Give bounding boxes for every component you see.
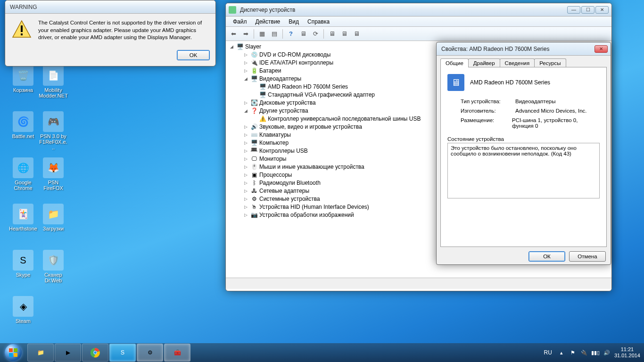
desktop-icon-9[interactable]: 🛡️Сканер Dr.Web [39,250,68,283]
desktop-icon-1[interactable]: 📄Mobility Modder.NET [39,65,68,99]
expander-icon[interactable]: ▷ [243,99,249,107]
desktop-glyph-icon: 🗑️ [13,65,33,86]
taskbar-devmgr[interactable]: 🧰 [164,344,190,362]
expander-icon[interactable]: ▷ [243,163,249,171]
device-name: AMD Radeon HD 7600M Series [470,79,550,86]
other-icon: ❓ [250,107,258,115]
warning-titlebar[interactable]: WARNING [5,0,215,14]
tray-power-icon[interactable]: 🔌 [580,349,588,356]
warning-ok-button[interactable]: OK [177,50,210,60]
expander-icon[interactable]: ◢ [243,107,249,115]
menu-help[interactable]: Справка [303,18,334,25]
desktop-icon-5[interactable]: 🦊PSN FireFOX [39,157,68,191]
desktop-icon-8[interactable]: SSkype [8,250,38,278]
expander-icon[interactable]: ▷ [243,155,249,163]
taskbar-mediaplayer[interactable]: ▶ [55,344,81,362]
expander-icon[interactable]: ▷ [243,195,249,203]
menu-action[interactable]: Действие [251,18,285,25]
taskbar-chrome[interactable] [82,344,108,362]
desktop-icon-7[interactable]: 📁Загрузки [39,204,68,231]
menu-file[interactable]: Файл [229,18,251,25]
props-tabpane: 🖥 AMD Radeon HD 7600M Series Тип устройс… [440,67,607,247]
expander-icon[interactable]: ▷ [243,147,249,155]
svg-rect-3 [9,348,13,352]
loc-label: Размещение: [461,117,512,129]
tab-general[interactable]: Общие [440,58,469,67]
node-label: AMD Radeon HD 7600M Series [268,83,348,91]
expander-icon[interactable]: ▷ [243,211,249,219]
expander-icon[interactable]: ▷ [243,67,249,75]
minimize-button[interactable]: — [567,6,580,14]
props-cancel-button[interactable]: Отмена [569,251,606,262]
expander-icon[interactable]: ▷ [243,123,249,131]
expander-icon[interactable]: ◢ [229,43,235,51]
display-icon: 🖥️ [259,83,266,91]
expander-icon[interactable]: ▷ [243,171,249,179]
tray-show-hidden-icon[interactable]: ▴ [558,349,565,356]
devmgr-app-icon [229,6,236,14]
desktop-icon-2[interactable]: 🌀Battle.net [8,111,38,139]
desktop-glyph-icon: S [13,250,33,271]
props-ok-button[interactable]: ОК [528,251,565,262]
menu-view[interactable]: Вид [284,18,303,25]
cpu-icon: ▣ [250,172,258,179]
props-close-button[interactable]: ✕ [594,45,608,53]
warn-icon: ⚠️ [259,115,266,123]
props-title: Свойства: AMD Radeon HD 7600M Series [439,46,594,52]
tray-network-icon[interactable]: ▮▮▯ [592,349,599,356]
hid-icon: 🖱 [250,204,258,211]
taskbar-explorer[interactable]: 📁 [27,344,54,362]
node-label: Дисковые устройства [259,99,316,107]
tray-flag-icon[interactable]: ⚑ [569,349,577,356]
desktop-icon-6[interactable]: 🃏Hearthstone [8,204,38,231]
node-label: DVD и CD-ROM дисководы [259,51,330,59]
tab-driver[interactable]: Драйвер [468,58,500,67]
taskbar-catalyst[interactable]: ⚙ [137,344,163,362]
toolbar-scan-icon[interactable]: 🖥 [297,28,309,40]
toolbar-uninstall-icon[interactable]: 🖥 [326,28,338,40]
mfg-label: Изготовитель: [461,108,515,114]
props-titlebar[interactable]: Свойства: AMD Radeon HD 7600M Series ✕ [437,42,611,56]
props-tabs: Общие Драйвер Сведения Ресурсы [437,56,611,67]
close-button[interactable]: ✕ [595,6,609,14]
node-label: Системные устройства [259,195,320,203]
tray-clock[interactable]: 11:21 31.01.2014 [614,346,640,359]
toolbar-properties-icon[interactable]: ▤ [269,28,280,40]
desktop-icon-label: Steam [8,318,38,324]
taskbar-skype[interactable]: S [109,344,136,362]
expander-icon[interactable]: ▷ [243,139,249,147]
expander-icon[interactable]: ▷ [243,179,249,187]
desktop-icon-10[interactable]: ◈Steam [8,296,38,324]
expander-icon[interactable]: ▷ [243,187,249,195]
devmgr-titlebar[interactable]: Диспетчер устройств — ☐ ✕ [226,3,611,16]
desktop-icon-4[interactable]: 🌐Google Chrome [8,157,38,191]
expander-icon[interactable]: ▷ [243,131,249,139]
tray-volume-icon[interactable]: 🔊 [603,349,611,356]
desktop-icon-0[interactable]: 🗑️Корзина [8,65,38,93]
keyboard-icon: ⌨️ [250,132,258,139]
expander-icon[interactable]: ▷ [243,203,249,211]
tab-details[interactable]: Сведения [500,58,535,67]
warning-dialog: WARNING The Catalyst Control Center is n… [5,0,216,66]
toolbar-update-icon[interactable]: ⟳ [310,28,321,40]
start-button[interactable] [0,343,26,362]
language-indicator[interactable]: RU [542,348,554,357]
toolbar-disable-icon[interactable]: 🖥 [339,28,350,40]
toolbar-showhide-icon[interactable]: ▦ [256,28,268,40]
toolbar-back-icon[interactable]: ⬅ [228,28,239,40]
tray-date: 31.01.2014 [614,353,640,359]
expander-icon[interactable]: ▷ [243,51,249,59]
maximize-button[interactable]: ☐ [581,6,594,14]
desktop-glyph-icon: 🎮 [43,111,64,132]
toolbar-enable-icon[interactable]: 🖥 [351,28,362,40]
toolbar-help-icon[interactable]: ? [285,28,297,40]
desktop-glyph-icon: 🌐 [13,157,33,178]
desktop-icon-3[interactable]: 🎮PSN 3.0 by F1ReF0X.e... [39,111,68,150]
toolbar-forward-icon[interactable]: ➡ [240,28,251,40]
status-box[interactable]: Это устройство было остановлено, посколь… [447,143,600,198]
node-label: Сетевые адаптеры [259,187,309,195]
expander-icon[interactable]: ◢ [243,75,249,83]
node-label: Мониторы [259,155,286,163]
tab-resources[interactable]: Ресурсы [534,58,566,67]
expander-icon[interactable]: ▷ [243,59,249,67]
